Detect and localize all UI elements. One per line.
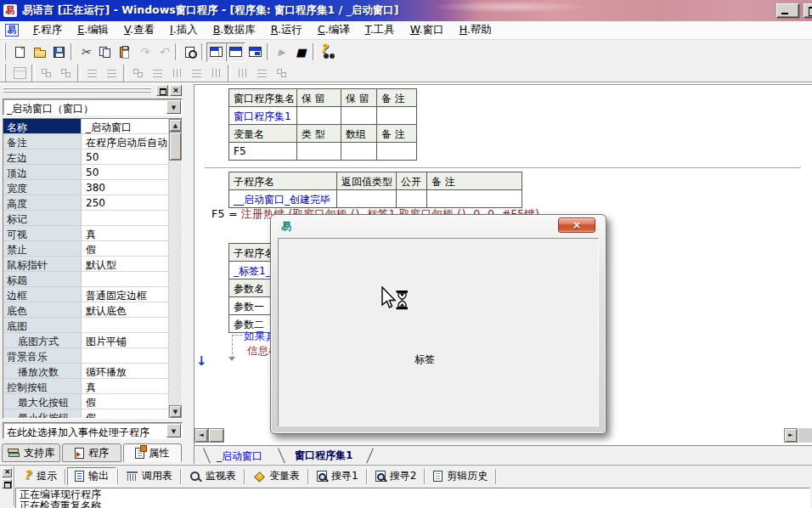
menu-item[interactable]: F.程序 bbox=[25, 21, 70, 39]
tab-startup-window[interactable]: _启动窗口 bbox=[217, 449, 262, 464]
property-row[interactable]: 最大化按钮 假 bbox=[3, 394, 168, 409]
event-selector[interactable]: 在此处选择加入事件处理子程序 ▼ bbox=[3, 422, 183, 439]
property-row[interactable]: 顶边 50 bbox=[3, 165, 168, 180]
property-row[interactable]: 背景音乐 bbox=[3, 348, 168, 364]
dock-close-icon[interactable] bbox=[2, 468, 12, 477]
property-row[interactable]: 高度 250 bbox=[3, 195, 168, 211]
property-row[interactable]: 宽度 380 bbox=[3, 180, 168, 195]
property-value[interactable]: 380 bbox=[82, 180, 168, 195]
collapse-arrow-icon[interactable] bbox=[228, 357, 235, 361]
panel-tab[interactable]: 程序 bbox=[62, 443, 121, 462]
redo-icon[interactable] bbox=[134, 42, 154, 62]
scroll-up-icon[interactable]: ▲ bbox=[169, 119, 182, 132]
paste-icon[interactable] bbox=[115, 42, 134, 62]
menu-item[interactable]: I.插入 bbox=[162, 21, 206, 39]
dock-tab[interactable]: 搜寻2 bbox=[369, 467, 424, 486]
variable-name-cell[interactable]: F5 bbox=[229, 143, 297, 161]
subroutine-name-cell[interactable]: __启动窗口_创建完毕 bbox=[229, 190, 337, 208]
property-value[interactable]: 循环播放 bbox=[82, 364, 168, 379]
property-row[interactable]: 底色 默认底色 bbox=[3, 302, 168, 318]
menu-item[interactable]: B.数据库 bbox=[206, 21, 263, 39]
dock-tab[interactable]: 输出 bbox=[67, 467, 116, 486]
property-value[interactable]: 50 bbox=[82, 150, 168, 165]
property-row[interactable]: 鼠标指针 默认型 bbox=[3, 257, 168, 272]
separator[interactable] bbox=[311, 42, 318, 62]
property-row[interactable]: 播放次数 循环播放 bbox=[3, 364, 168, 379]
undo-icon[interactable] bbox=[154, 42, 173, 62]
panel-tab[interactable]: 属性 bbox=[123, 443, 182, 462]
property-value[interactable]: 250 bbox=[82, 195, 168, 211]
property-value[interactable]: 假 bbox=[82, 394, 168, 409]
tab-window-assembly[interactable]: 窗口程序集1 bbox=[295, 449, 352, 463]
dock-tab[interactable]: 监视表 bbox=[183, 467, 243, 486]
separator[interactable] bbox=[173, 42, 180, 62]
panel-grip[interactable] bbox=[3, 87, 151, 89]
property-row[interactable]: 边框 普通固定边框 bbox=[3, 287, 168, 302]
find-icon[interactable] bbox=[180, 42, 200, 62]
toolbar-grip[interactable] bbox=[3, 65, 6, 82]
menu-item[interactable]: R.运行 bbox=[263, 21, 310, 39]
layout-split-icon[interactable] bbox=[245, 42, 265, 62]
scroll-thumb[interactable] bbox=[208, 428, 224, 443]
open-file-icon[interactable] bbox=[30, 42, 49, 62]
dock-tab[interactable]: 搜寻1 bbox=[310, 467, 365, 486]
property-value[interactable]: 真 bbox=[82, 379, 168, 394]
maximize-button[interactable] bbox=[804, 3, 812, 18]
panel-tab[interactable]: 支持库 bbox=[2, 443, 60, 462]
panel-close-icon[interactable] bbox=[170, 85, 182, 96]
minimize-button[interactable] bbox=[776, 3, 799, 18]
toolbar-grip[interactable] bbox=[3, 43, 6, 60]
menu-item[interactable]: V.查看 bbox=[116, 21, 162, 39]
new-file-icon[interactable] bbox=[10, 42, 30, 62]
cut-icon[interactable] bbox=[76, 42, 95, 62]
output-log[interactable]: 正在编译现行程序 正在检查重复名称 bbox=[15, 488, 810, 508]
help-find-icon[interactable] bbox=[318, 42, 337, 62]
property-value[interactable]: _启动窗口 bbox=[82, 119, 168, 134]
dialog-client-area[interactable]: 标签 bbox=[278, 238, 599, 426]
separator[interactable] bbox=[200, 42, 206, 62]
panel-titlebar[interactable] bbox=[0, 84, 185, 98]
assembly-name-cell[interactable]: 窗口程序集1 bbox=[229, 107, 297, 125]
menu-item[interactable]: E.编辑 bbox=[70, 21, 116, 39]
run-icon[interactable] bbox=[272, 42, 291, 62]
property-value[interactable] bbox=[82, 272, 168, 287]
stop-icon[interactable] bbox=[291, 42, 311, 62]
property-value[interactable] bbox=[82, 318, 168, 333]
property-value[interactable]: 默认底色 bbox=[82, 302, 168, 318]
copy-icon[interactable] bbox=[95, 42, 115, 62]
menu-item[interactable]: C.编译 bbox=[310, 21, 358, 39]
property-row[interactable]: 左边 50 bbox=[3, 150, 168, 165]
property-value[interactable]: 图片平铺 bbox=[82, 333, 168, 348]
chevron-down-icon[interactable]: ▼ bbox=[166, 100, 181, 114]
table-row[interactable]: __启动窗口_创建完毕 bbox=[229, 190, 522, 208]
property-row[interactable]: 底图 bbox=[3, 318, 168, 333]
property-row[interactable]: 名称 _启动窗口 bbox=[3, 119, 168, 134]
property-value[interactable]: 在程序启动后自动 bbox=[82, 134, 168, 150]
separator[interactable] bbox=[265, 42, 272, 62]
scroll-right-icon[interactable]: ► bbox=[784, 428, 798, 443]
property-row[interactable]: 底图方式 图片平铺 bbox=[3, 333, 168, 348]
property-value[interactable]: 真 bbox=[82, 226, 168, 241]
scroll-down-icon[interactable]: ▼ bbox=[169, 405, 182, 418]
property-value[interactable] bbox=[82, 211, 168, 226]
panel-splitter[interactable] bbox=[185, 84, 194, 464]
property-value[interactable]: 默认型 bbox=[82, 257, 168, 272]
layout-window-icon[interactable] bbox=[206, 42, 226, 62]
scroll-left-icon[interactable]: ◄ bbox=[195, 428, 208, 443]
menu-item[interactable]: H.帮助 bbox=[452, 21, 499, 39]
menu-item[interactable]: W.窗口 bbox=[403, 21, 452, 39]
scroll-thumb[interactable] bbox=[169, 132, 182, 161]
dock-tab[interactable]: 调用表 bbox=[120, 467, 179, 486]
chevron-down-icon[interactable]: ▼ bbox=[166, 424, 181, 437]
dock-tab[interactable]: 剪辑历史 bbox=[426, 467, 494, 486]
panel-float-icon[interactable] bbox=[156, 85, 168, 96]
property-value[interactable]: 假 bbox=[82, 241, 168, 257]
dock-float-icon[interactable] bbox=[2, 479, 12, 488]
property-value[interactable] bbox=[82, 348, 168, 364]
property-row[interactable]: 禁止 假 bbox=[3, 241, 168, 257]
property-row[interactable]: 最小化按钮 假 bbox=[3, 409, 168, 418]
property-row[interactable]: 控制按钮 真 bbox=[3, 379, 168, 394]
titlebar[interactable]: 易 易语言 [正在运行] - Windows窗口程序 - [程序集: 窗口程序集… bbox=[0, 0, 812, 21]
table-row[interactable]: F5 bbox=[229, 143, 417, 161]
dialog-close-button[interactable]: × bbox=[558, 217, 595, 233]
